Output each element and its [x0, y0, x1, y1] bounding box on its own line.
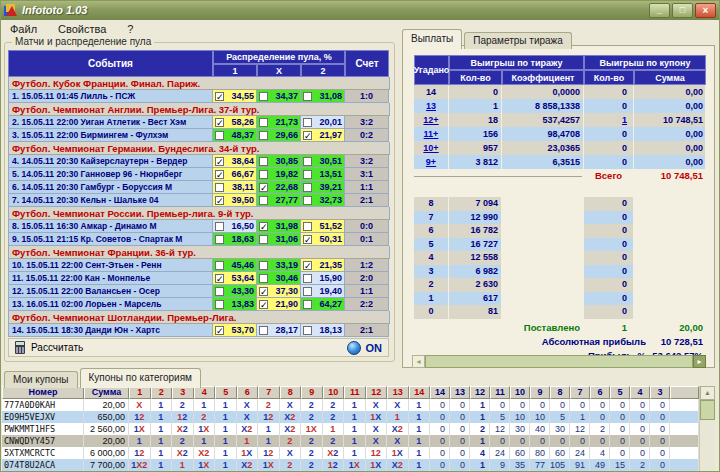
coupon-row[interactable]: PWKMMT1HFS2 560,001X1X21X1X21X21X11XX210… — [2, 423, 699, 435]
outcome-checkbox[interactable] — [303, 118, 312, 127]
count2-header: Кол-во — [584, 70, 634, 85]
scroll-right-arrow-icon[interactable]: ▸ — [693, 355, 706, 368]
pick-cell: X — [387, 399, 409, 411]
minimize-button[interactable]: _ — [649, 3, 670, 18]
coupon-sum: 20,00 — [84, 399, 129, 411]
menu-item[interactable]: Свойства — [55, 22, 109, 36]
outcome-checkbox[interactable]: ✓ — [215, 157, 224, 166]
match-event-label: 7. 14.05.11 20:30 Кельн - Шальке 04 — [9, 194, 213, 207]
guessed-category: 14 — [414, 85, 449, 99]
outcome-checkbox[interactable] — [215, 287, 224, 296]
scroll-up-arrow-icon[interactable]: ▲ — [700, 386, 715, 400]
outcome-checkbox[interactable] — [303, 326, 312, 335]
outcome-checkbox[interactable] — [303, 157, 312, 166]
outcome-checkbox[interactable]: ✓ — [303, 235, 312, 244]
outcome-checkbox[interactable] — [303, 300, 312, 309]
outcome-checkbox[interactable] — [303, 183, 312, 192]
guessed-category[interactable]: 9+ — [414, 155, 449, 169]
outcome-checkbox[interactable]: ✓ — [259, 183, 268, 192]
outcome-checkbox[interactable] — [259, 235, 268, 244]
outcome-checkbox[interactable]: ✓ — [215, 274, 224, 283]
outcome-checkbox[interactable] — [259, 326, 268, 335]
outcome-checkbox[interactable] — [303, 222, 312, 231]
guessed-category[interactable]: 10+ — [414, 141, 449, 155]
match-row: 14. 15.05.11 18:30 Данди Юн - Хартс✓53,7… — [9, 324, 390, 337]
match-event-label: 5. 14.05.11 20:30 Ганновер 96 - Нюрнберг — [9, 168, 213, 181]
category-count-cell: 0 — [630, 435, 650, 447]
outcome-checkbox[interactable] — [259, 157, 268, 166]
tab-coupons-active[interactable]: Купоны по категориям — [80, 368, 201, 388]
outcome-checkbox[interactable]: ✓ — [215, 92, 224, 101]
outcome-checkbox[interactable]: ✓ — [303, 131, 312, 140]
outcome-checkbox[interactable] — [259, 170, 268, 179]
category-count-cell: 0 — [490, 399, 510, 411]
outcome-checkbox[interactable]: ✓ — [303, 261, 312, 270]
outcome-checkbox[interactable] — [259, 196, 268, 205]
outcome-2-header: 2 — [301, 64, 345, 77]
draw-win-coef: 98,4708 — [502, 127, 584, 141]
outcome-checkbox[interactable] — [215, 300, 224, 309]
pick-cell: 1 — [344, 423, 366, 435]
pool-percent-value: 39,21 — [312, 182, 342, 192]
outcome-checkbox[interactable] — [215, 235, 224, 244]
calc-button[interactable]: Рассчитать — [31, 342, 83, 353]
menu-item[interactable]: ? — [124, 22, 136, 36]
outcome-checkbox[interactable]: ✓ — [259, 300, 268, 309]
coupon-row[interactable]: 074T8U2ACA7 700,001X2111X1X21X22121X1XX2… — [2, 459, 699, 471]
outcome-checkbox[interactable] — [215, 222, 224, 231]
vertical-scrollbar[interactable]: ▲ — [699, 386, 715, 472]
outcome-checkbox[interactable]: ✓ — [259, 222, 268, 231]
outcome-checkbox[interactable]: ✓ — [259, 287, 268, 296]
outcome-checkbox[interactable] — [215, 261, 224, 270]
pick-cell: 1 — [194, 399, 216, 411]
outcome-checkbox[interactable] — [303, 274, 312, 283]
coupon-row[interactable]: 5XTXMCRCTC6 000,00121X2X211X12X2X21121X1… — [2, 447, 699, 459]
category-label: 2 — [414, 278, 449, 292]
coupon-row-selected[interactable]: CNWQDYY45720,0011211112221XX100100000000… — [2, 435, 699, 447]
guessed-category[interactable]: 12+ — [414, 113, 449, 127]
outcome-checkbox[interactable] — [259, 131, 268, 140]
globe-online-icon — [347, 341, 361, 355]
menu-item[interactable]: Файл — [7, 22, 40, 36]
guessed-category[interactable]: 13 — [414, 99, 449, 113]
pool-cell-x: 27,77 — [257, 194, 301, 207]
category-count-cell: 5 — [490, 411, 510, 423]
outcome-checkbox[interactable] — [215, 131, 224, 140]
outcome-checkbox[interactable] — [303, 196, 312, 205]
outcome-checkbox[interactable] — [259, 274, 268, 283]
outcome-checkbox[interactable] — [259, 92, 268, 101]
close-button[interactable]: × — [695, 3, 716, 18]
tab-payouts-active[interactable]: Выплаты — [402, 29, 462, 49]
outcome-checkbox[interactable]: ✓ — [215, 196, 224, 205]
category-label: 8 — [414, 197, 449, 211]
draw-win-count: 156 — [449, 127, 502, 141]
match-row: 9. 15.05.11 21:15 Кр. Советов - Спартак … — [9, 233, 390, 246]
tab-coupons-inactive[interactable]: Мои купоны — [4, 371, 78, 388]
outcome-checkbox[interactable] — [303, 170, 312, 179]
scroll-left-arrow-icon[interactable]: ◂ — [412, 355, 425, 368]
event-column-header: 13 — [387, 386, 409, 399]
scrollbar-thumb[interactable] — [425, 355, 693, 368]
tab-payouts-inactive[interactable]: Параметры тиража — [464, 32, 572, 49]
outcome-checkbox[interactable] — [259, 261, 268, 270]
coupon-row[interactable]: EO9H5VEJXV650,001211221X12X22211X1100151… — [2, 411, 699, 423]
horizontal-scrollbar[interactable]: ◂ ▸ — [412, 355, 706, 368]
outcome-checkbox[interactable]: ✓ — [215, 170, 224, 179]
pool-cell-1: 45,46 — [213, 259, 257, 272]
pool-cell-1: 48,37 — [213, 129, 257, 142]
restore-button[interactable]: □ — [672, 3, 693, 18]
outcome-checkbox[interactable] — [215, 183, 224, 192]
vscrollbar-thumb[interactable] — [700, 400, 715, 420]
pick-cell: 2 — [172, 435, 194, 447]
coupon-row[interactable]: 777A0D0KAH20,00X1211X2X221XX100100000000… — [2, 399, 699, 411]
outcome-checkbox[interactable] — [303, 287, 312, 296]
outcome-checkbox[interactable] — [303, 92, 312, 101]
outcome-checkbox[interactable]: ✓ — [215, 118, 224, 127]
guessed-category[interactable]: 11+ — [414, 127, 449, 141]
category-draw-count: 12 990 — [449, 211, 502, 225]
coupon-win-count[interactable]: 1 — [584, 113, 634, 127]
outcome-checkbox[interactable]: ✓ — [215, 326, 224, 335]
match-event-label: 4. 14.05.11 20:30 Кайзерслаутерн - Верде… — [9, 155, 213, 168]
outcome-checkbox[interactable] — [259, 118, 268, 127]
coupon-sum: 2 560,00 — [84, 423, 129, 435]
